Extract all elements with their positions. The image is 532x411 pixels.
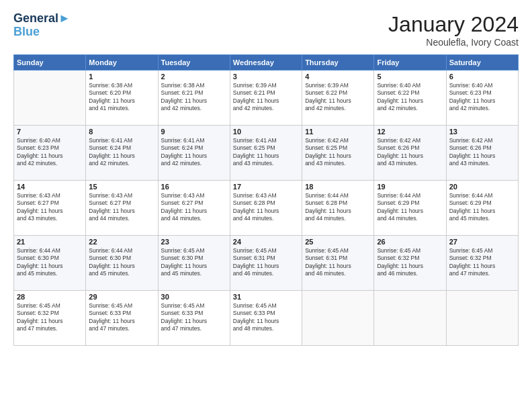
day-number: 28 xyxy=(17,293,83,301)
day-number: 17 xyxy=(233,183,299,191)
cell-content: Sunrise: 6:45 AM Sunset: 6:32 PM Dayligh… xyxy=(449,247,515,278)
day-number: 19 xyxy=(377,183,443,191)
calendar-cell: 23Sunrise: 6:45 AM Sunset: 6:30 PM Dayli… xyxy=(158,236,230,291)
cell-content: Sunrise: 6:45 AM Sunset: 6:32 PM Dayligh… xyxy=(377,247,443,278)
calendar-cell: 11Sunrise: 6:42 AM Sunset: 6:25 PM Dayli… xyxy=(302,126,374,181)
cell-content: Sunrise: 6:41 AM Sunset: 6:24 PM Dayligh… xyxy=(89,137,154,168)
day-number: 27 xyxy=(449,238,515,246)
calendar-week-row: 7Sunrise: 6:40 AM Sunset: 6:23 PM Daylig… xyxy=(14,126,519,181)
title-block: January 2024 Neoulefla, Ivory Coast xyxy=(388,12,519,48)
calendar-cell: 25Sunrise: 6:45 AM Sunset: 6:31 PM Dayli… xyxy=(302,236,374,291)
day-number: 24 xyxy=(233,238,299,246)
calendar-cell: 14Sunrise: 6:43 AM Sunset: 6:27 PM Dayli… xyxy=(14,181,86,236)
calendar-cell xyxy=(14,71,86,126)
day-number: 7 xyxy=(17,128,83,136)
logo-general: General xyxy=(13,11,58,25)
cell-content: Sunrise: 6:42 AM Sunset: 6:25 PM Dayligh… xyxy=(305,137,371,168)
cell-content: Sunrise: 6:41 AM Sunset: 6:24 PM Dayligh… xyxy=(161,137,227,168)
calendar-cell: 31Sunrise: 6:45 AM Sunset: 6:33 PM Dayli… xyxy=(230,291,302,346)
cell-content: Sunrise: 6:40 AM Sunset: 6:23 PM Dayligh… xyxy=(17,137,83,168)
cell-content: Sunrise: 6:43 AM Sunset: 6:28 PM Dayligh… xyxy=(233,192,299,223)
cell-content: Sunrise: 6:41 AM Sunset: 6:25 PM Dayligh… xyxy=(233,137,299,168)
cell-content: Sunrise: 6:43 AM Sunset: 6:27 PM Dayligh… xyxy=(17,192,83,223)
calendar-cell: 10Sunrise: 6:41 AM Sunset: 6:25 PM Dayli… xyxy=(230,126,302,181)
cell-content: Sunrise: 6:45 AM Sunset: 6:31 PM Dayligh… xyxy=(233,247,299,278)
cell-content: Sunrise: 6:39 AM Sunset: 6:22 PM Dayligh… xyxy=(305,82,371,113)
cell-content: Sunrise: 6:38 AM Sunset: 6:21 PM Dayligh… xyxy=(161,82,227,113)
day-number: 5 xyxy=(377,73,443,81)
calendar-cell: 9Sunrise: 6:41 AM Sunset: 6:24 PM Daylig… xyxy=(158,126,230,181)
cell-content: Sunrise: 6:45 AM Sunset: 6:32 PM Dayligh… xyxy=(17,302,83,333)
cell-content: Sunrise: 6:45 AM Sunset: 6:33 PM Dayligh… xyxy=(161,302,227,333)
month-title: January 2024 xyxy=(388,12,519,37)
day-number: 20 xyxy=(449,183,515,191)
calendar-day-header: Wednesday xyxy=(230,55,302,71)
logo: General► Blue xyxy=(13,12,71,39)
day-number: 31 xyxy=(233,293,299,301)
calendar-cell: 24Sunrise: 6:45 AM Sunset: 6:31 PM Dayli… xyxy=(230,236,302,291)
cell-content: Sunrise: 6:44 AM Sunset: 6:30 PM Dayligh… xyxy=(89,247,154,278)
logo-text: General► Blue xyxy=(13,12,71,39)
cell-content: Sunrise: 6:44 AM Sunset: 6:29 PM Dayligh… xyxy=(449,192,515,223)
day-number: 22 xyxy=(89,238,154,246)
cell-content: Sunrise: 6:44 AM Sunset: 6:30 PM Dayligh… xyxy=(17,247,83,278)
calendar-cell: 15Sunrise: 6:43 AM Sunset: 6:27 PM Dayli… xyxy=(86,181,158,236)
day-number: 11 xyxy=(305,128,371,136)
day-number: 23 xyxy=(161,238,227,246)
calendar-day-header: Friday xyxy=(374,55,446,71)
cell-content: Sunrise: 6:45 AM Sunset: 6:33 PM Dayligh… xyxy=(233,302,299,333)
calendar-cell: 7Sunrise: 6:40 AM Sunset: 6:23 PM Daylig… xyxy=(14,126,86,181)
calendar-cell: 1Sunrise: 6:38 AM Sunset: 6:20 PM Daylig… xyxy=(86,71,158,126)
calendar-day-header: Monday xyxy=(86,55,158,71)
calendar-cell: 3Sunrise: 6:39 AM Sunset: 6:21 PM Daylig… xyxy=(230,71,302,126)
calendar-cell: 26Sunrise: 6:45 AM Sunset: 6:32 PM Dayli… xyxy=(374,236,446,291)
day-number: 14 xyxy=(17,183,83,191)
calendar-day-header: Saturday xyxy=(446,55,518,71)
day-number: 26 xyxy=(377,238,443,246)
calendar-cell: 17Sunrise: 6:43 AM Sunset: 6:28 PM Dayli… xyxy=(230,181,302,236)
logo-blue: Blue xyxy=(13,26,71,39)
calendar-day-header: Sunday xyxy=(14,55,86,71)
day-number: 9 xyxy=(161,128,227,136)
calendar-cell: 12Sunrise: 6:42 AM Sunset: 6:26 PM Dayli… xyxy=(374,126,446,181)
day-number: 16 xyxy=(161,183,227,191)
cell-content: Sunrise: 6:40 AM Sunset: 6:23 PM Dayligh… xyxy=(449,82,515,113)
calendar-cell: 29Sunrise: 6:45 AM Sunset: 6:33 PM Dayli… xyxy=(86,291,158,346)
calendar-cell xyxy=(302,291,374,346)
day-number: 30 xyxy=(161,293,227,301)
calendar-cell: 21Sunrise: 6:44 AM Sunset: 6:30 PM Dayli… xyxy=(14,236,86,291)
calendar-day-header: Thursday xyxy=(302,55,374,71)
day-number: 10 xyxy=(233,128,299,136)
calendar-week-row: 1Sunrise: 6:38 AM Sunset: 6:20 PM Daylig… xyxy=(14,71,519,126)
day-number: 15 xyxy=(89,183,154,191)
cell-content: Sunrise: 6:43 AM Sunset: 6:27 PM Dayligh… xyxy=(161,192,227,223)
calendar-header-row: SundayMondayTuesdayWednesdayThursdayFrid… xyxy=(14,55,519,71)
calendar-cell: 18Sunrise: 6:44 AM Sunset: 6:28 PM Dayli… xyxy=(302,181,374,236)
day-number: 13 xyxy=(449,128,515,136)
cell-content: Sunrise: 6:38 AM Sunset: 6:20 PM Dayligh… xyxy=(89,82,154,113)
day-number: 21 xyxy=(17,238,83,246)
calendar-cell: 4Sunrise: 6:39 AM Sunset: 6:22 PM Daylig… xyxy=(302,71,374,126)
page: General► Blue January 2024 Neoulefla, Iv… xyxy=(0,0,532,411)
location: Neoulefla, Ivory Coast xyxy=(388,37,519,48)
calendar-cell: 19Sunrise: 6:44 AM Sunset: 6:29 PM Dayli… xyxy=(374,181,446,236)
calendar-cell xyxy=(374,291,446,346)
day-number: 25 xyxy=(305,238,371,246)
cell-content: Sunrise: 6:39 AM Sunset: 6:21 PM Dayligh… xyxy=(233,82,299,113)
calendar-day-header: Tuesday xyxy=(158,55,230,71)
calendar-week-row: 21Sunrise: 6:44 AM Sunset: 6:30 PM Dayli… xyxy=(14,236,519,291)
cell-content: Sunrise: 6:44 AM Sunset: 6:29 PM Dayligh… xyxy=(377,192,443,223)
calendar-cell: 16Sunrise: 6:43 AM Sunset: 6:27 PM Dayli… xyxy=(158,181,230,236)
day-number: 3 xyxy=(233,73,299,81)
cell-content: Sunrise: 6:40 AM Sunset: 6:22 PM Dayligh… xyxy=(377,82,443,113)
cell-content: Sunrise: 6:42 AM Sunset: 6:26 PM Dayligh… xyxy=(449,137,515,168)
cell-content: Sunrise: 6:45 AM Sunset: 6:33 PM Dayligh… xyxy=(89,302,154,333)
calendar-cell: 2Sunrise: 6:38 AM Sunset: 6:21 PM Daylig… xyxy=(158,71,230,126)
calendar-cell: 30Sunrise: 6:45 AM Sunset: 6:33 PM Dayli… xyxy=(158,291,230,346)
calendar-cell: 8Sunrise: 6:41 AM Sunset: 6:24 PM Daylig… xyxy=(86,126,158,181)
calendar-cell: 5Sunrise: 6:40 AM Sunset: 6:22 PM Daylig… xyxy=(374,71,446,126)
calendar-week-row: 14Sunrise: 6:43 AM Sunset: 6:27 PM Dayli… xyxy=(14,181,519,236)
calendar-cell: 20Sunrise: 6:44 AM Sunset: 6:29 PM Dayli… xyxy=(446,181,518,236)
calendar-cell: 28Sunrise: 6:45 AM Sunset: 6:32 PM Dayli… xyxy=(14,291,86,346)
calendar-cell: 27Sunrise: 6:45 AM Sunset: 6:32 PM Dayli… xyxy=(446,236,518,291)
